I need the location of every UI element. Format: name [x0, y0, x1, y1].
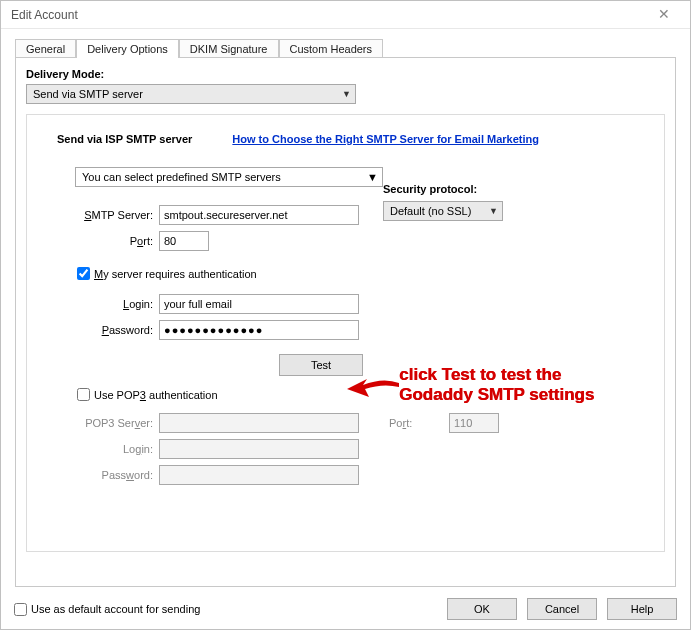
dialog-footer: Use as default account for sending OK Ca… [14, 598, 677, 620]
chevron-down-icon: ▼ [342, 89, 351, 99]
pop3-port-input [449, 413, 499, 433]
login-input[interactable] [159, 294, 359, 314]
help-link[interactable]: How to Choose the Right SMTP Server for … [232, 133, 539, 145]
delivery-mode-label: Delivery Mode: [26, 68, 665, 80]
requires-auth-checkbox[interactable] [77, 267, 90, 280]
cancel-button[interactable]: Cancel [527, 598, 597, 620]
delivery-mode-value: Send via SMTP server [33, 88, 143, 100]
tab-general[interactable]: General [15, 39, 76, 58]
titlebar: Edit Account ✕ [1, 1, 690, 29]
dialog-content: General Delivery Options DKIM Signature … [1, 29, 690, 595]
default-account-checkbox[interactable] [14, 603, 27, 616]
window-title: Edit Account [11, 8, 78, 22]
default-account-wrapper[interactable]: Use as default account for sending [14, 603, 200, 616]
password-label: Password: [57, 324, 153, 336]
annotation-arrow-icon [343, 375, 401, 401]
ok-button[interactable]: OK [447, 598, 517, 620]
tab-custom-headers[interactable]: Custom Headers [279, 39, 384, 58]
smtp-server-label: SMTP Server: [57, 209, 153, 221]
use-pop3-checkbox[interactable] [77, 388, 90, 401]
tab-delivery-options[interactable]: Delivery Options [76, 39, 179, 58]
security-protocol-label: Security protocol: [383, 183, 503, 195]
login-label: Login: [57, 298, 153, 310]
tab-panel: Delivery Mode: Send via SMTP server ▼ Se… [15, 57, 676, 587]
requires-auth-label: My server requires authentication [94, 268, 257, 280]
predefined-smtp-select[interactable]: You can select predefined SMTP servers ▼ [75, 167, 383, 187]
use-pop3-label: Use POP3 authentication [94, 389, 218, 401]
close-icon[interactable]: ✕ [644, 5, 684, 25]
pop3-login-label: Login: [57, 443, 153, 455]
pop3-password-input [159, 465, 359, 485]
predefined-smtp-value: You can select predefined SMTP servers [82, 171, 281, 183]
chevron-down-icon: ▼ [367, 171, 378, 183]
pop3-server-input [159, 413, 359, 433]
security-protocol-value: Default (no SSL) [390, 205, 471, 217]
pop3-port-label: Port: [389, 417, 449, 429]
smtp-settings-panel: Send via ISP SMTP server How to Choose t… [26, 114, 665, 552]
annotation-text: click Test to test the Godaddy SMTP sett… [399, 365, 629, 406]
chevron-down-icon: ▼ [489, 206, 498, 216]
tab-dkim-signature[interactable]: DKIM Signature [179, 39, 279, 58]
panel-heading: Send via ISP SMTP server [57, 133, 192, 145]
pop3-password-label: Password: [57, 469, 153, 481]
smtp-port-label: Port: [57, 235, 153, 247]
tabstrip: General Delivery Options DKIM Signature … [15, 35, 676, 57]
delivery-mode-select[interactable]: Send via SMTP server ▼ [26, 84, 356, 104]
security-protocol-select[interactable]: Default (no SSL) ▼ [383, 201, 503, 221]
help-button[interactable]: Help [607, 598, 677, 620]
password-input[interactable] [159, 320, 359, 340]
default-account-label: Use as default account for sending [31, 603, 200, 615]
smtp-port-input[interactable] [159, 231, 209, 251]
smtp-server-input[interactable] [159, 205, 359, 225]
pop3-server-label: POP3 Server: [57, 417, 153, 429]
pop3-login-input [159, 439, 359, 459]
test-button[interactable]: Test [279, 354, 363, 376]
